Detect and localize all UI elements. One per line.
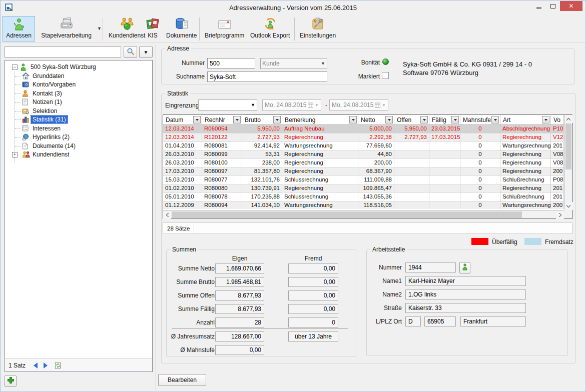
toolbar-button-kis[interactable]: KIS bbox=[143, 16, 163, 42]
toolbar-button-label: Briefprogramm bbox=[205, 32, 244, 39]
column-filter-icon[interactable] bbox=[385, 116, 393, 124]
column-filter-icon[interactable] bbox=[542, 116, 549, 124]
tree-item-kontakt-3[interactable]: Kontakt (3) bbox=[5, 90, 152, 98]
column-header-brutto[interactable]: Brutto bbox=[242, 115, 282, 124]
fremd-column-header: Fremd bbox=[288, 255, 338, 262]
search-button[interactable] bbox=[124, 46, 137, 58]
search-input[interactable] bbox=[5, 46, 121, 58]
invoice-row[interactable]: 26.03.2010R08009953,31Regierechnung44,80… bbox=[163, 150, 564, 159]
invoice-cell: 2.292,38 bbox=[358, 134, 394, 142]
refresh-icon[interactable] bbox=[55, 362, 62, 369]
tree-item-selektion[interactable]: Selektion bbox=[5, 107, 152, 116]
plus-icon bbox=[7, 376, 15, 386]
toolbar-button-briefprogramm[interactable]: Briefprogramm bbox=[201, 16, 248, 42]
invoice-row[interactable]: 15.03.2010R080077132.101,76Schlussrechnu… bbox=[163, 176, 564, 184]
adressart-select[interactable]: Kunde▼ bbox=[260, 58, 327, 69]
invoice-row[interactable]: 12.03.2014R1201222.727,93Regierechnung2.… bbox=[163, 134, 564, 142]
column-header-mahnstufe[interactable]: Mahnstufe bbox=[460, 115, 500, 124]
invoice-row[interactable]: 01.04.2010R08008192.414,92Wartungsrechnu… bbox=[163, 142, 564, 150]
tree-item-kundendienst[interactable]: +Kundendienst bbox=[5, 150, 152, 159]
suchname-input[interactable] bbox=[207, 72, 327, 82]
eingrenzung-select[interactable]: ▼ bbox=[198, 100, 257, 110]
invoice-cell: 5.950,00 bbox=[242, 125, 282, 134]
close-button[interactable]: ✕ bbox=[560, 1, 582, 11]
next-record-icon[interactable] bbox=[44, 362, 48, 368]
tree-item-dokumente-14[interactable]: Dokumente (14) bbox=[5, 142, 152, 150]
tree-item-grunddaten[interactable]: Grunddaten bbox=[5, 72, 152, 80]
scroll-left-icon[interactable] bbox=[163, 210, 171, 219]
arbeitsstelle-nummer-input[interactable] bbox=[405, 262, 456, 272]
toolbar-button-stapelverarbeitung[interactable]: Stapelverarbeitung bbox=[37, 16, 96, 42]
name1-input[interactable] bbox=[405, 276, 526, 286]
toolbar-button-adressen[interactable]: Adressen bbox=[3, 16, 35, 42]
address-tree-panel: −500 Syka-Soft WürzburgGrunddatenKonto/V… bbox=[5, 60, 153, 372]
tree-item-interessen[interactable]: Interessen bbox=[5, 124, 152, 133]
invoice-cell: Regierechnung bbox=[282, 134, 358, 142]
column-header-bemerkung[interactable]: Bemerkung bbox=[282, 115, 358, 124]
scroll-right-icon[interactable] bbox=[556, 210, 564, 219]
column-filter-icon[interactable] bbox=[491, 116, 499, 124]
column-header-rechnr[interactable]: RechNr bbox=[202, 115, 242, 124]
column-filter-icon[interactable] bbox=[420, 116, 428, 124]
horizontal-scrollbar[interactable] bbox=[163, 210, 564, 218]
invoice-cell: Regierechnung bbox=[500, 159, 551, 168]
column-header-fllig[interactable]: Fällig bbox=[429, 115, 460, 124]
tree-collapse-icon[interactable]: − bbox=[12, 64, 18, 70]
column-header-vo[interactable]: Vo bbox=[551, 115, 564, 124]
tree-expand-icon[interactable]: + bbox=[12, 152, 18, 158]
column-header-offen[interactable]: Offen bbox=[394, 115, 429, 124]
strasse-input[interactable] bbox=[405, 303, 526, 313]
column-filter-icon[interactable] bbox=[451, 116, 459, 124]
vertical-scroll-thumb[interactable] bbox=[565, 124, 571, 170]
goto-contact-button[interactable] bbox=[459, 262, 470, 274]
plz-input[interactable] bbox=[424, 316, 456, 326]
batch-print-icon bbox=[59, 17, 74, 31]
column-header-netto[interactable]: Netto bbox=[358, 115, 394, 124]
tree-item-statistik-31[interactable]: Statistik (31) bbox=[5, 116, 152, 124]
toolbar-button-label: Einstellungen bbox=[300, 32, 336, 39]
stapel-dropdown-icon[interactable]: ▼ bbox=[97, 26, 102, 31]
statistik-group-label: Statistik bbox=[165, 90, 190, 97]
previous-record-icon[interactable] bbox=[34, 362, 38, 368]
toolbar-button-einstellungen[interactable]: Einstellungen bbox=[296, 16, 339, 42]
invoice-row[interactable]: 17.03.2010R08009781.357,80Regierechnung6… bbox=[163, 168, 564, 176]
document-icon bbox=[22, 142, 28, 151]
column-header-art[interactable]: Art bbox=[500, 115, 551, 124]
scroll-up-icon[interactable] bbox=[564, 115, 572, 123]
minimize-button[interactable] bbox=[532, 1, 546, 11]
add-record-button[interactable] bbox=[5, 375, 17, 387]
tree-item-konto-vorgaben[interactable]: Konto/Vorgaben bbox=[5, 80, 152, 89]
name2-input[interactable] bbox=[405, 290, 526, 300]
scrollbar-corner bbox=[564, 210, 572, 218]
invoice-row[interactable]: 05.01.2010R080078170.235,88Schlussrechnu… bbox=[163, 193, 564, 202]
invoice-row[interactable]: 26.03.2010R080100238,00Regierechnung200,… bbox=[163, 159, 564, 168]
ort-input[interactable] bbox=[460, 316, 526, 326]
tree-branch-line bbox=[15, 102, 21, 102]
nummer-input[interactable] bbox=[207, 58, 255, 68]
column-filter-icon[interactable] bbox=[273, 116, 281, 124]
date-from-picker[interactable]: Mo, 24.08.2015 ▼ bbox=[262, 100, 321, 110]
column-filter-icon[interactable] bbox=[349, 116, 357, 124]
bearbeiten-button[interactable]: Bearbeiten bbox=[158, 374, 206, 386]
invoice-row[interactable]: 12.03.2014R0600545.950,00Auftrag Neubau5… bbox=[163, 125, 564, 134]
invoice-row[interactable]: 01.02.2010R080080130.739,91Regierechnung… bbox=[163, 184, 564, 193]
search-options-button[interactable]: ▼ bbox=[139, 46, 153, 58]
tree-item-500-syka-soft-w-rzburg[interactable]: −500 Syka-Soft Würzburg bbox=[5, 63, 152, 72]
column-filter-icon[interactable] bbox=[233, 116, 241, 124]
column-header-datum[interactable]: Datum bbox=[163, 115, 202, 124]
scroll-down-icon[interactable] bbox=[564, 202, 572, 210]
date-to-picker[interactable]: Mo, 24.08.2015 ▼ bbox=[329, 100, 388, 110]
invoice-cell: R080094 bbox=[202, 202, 242, 209]
horizontal-scroll-thumb[interactable] bbox=[172, 212, 522, 218]
markiert-checkbox[interactable] bbox=[382, 72, 389, 79]
land-input[interactable] bbox=[405, 316, 421, 326]
toolbar-button-outlook-export[interactable]: Outlook Export bbox=[247, 16, 293, 42]
toolbar-button-dokumente[interactable]: Dokumente bbox=[163, 16, 200, 42]
interests-icon bbox=[22, 125, 29, 133]
tree-item-hyperlinks-2[interactable]: Hyperlinks (2) bbox=[5, 133, 152, 142]
vertical-scrollbar[interactable] bbox=[564, 115, 572, 210]
tree-item-notizen-1[interactable]: Notizen (1) bbox=[5, 98, 152, 106]
invoice-row[interactable]: 01.12.2009R080094141.034,10Wartungsrechn… bbox=[163, 202, 564, 209]
column-filter-icon[interactable] bbox=[193, 116, 201, 124]
maximize-button[interactable] bbox=[546, 1, 560, 11]
